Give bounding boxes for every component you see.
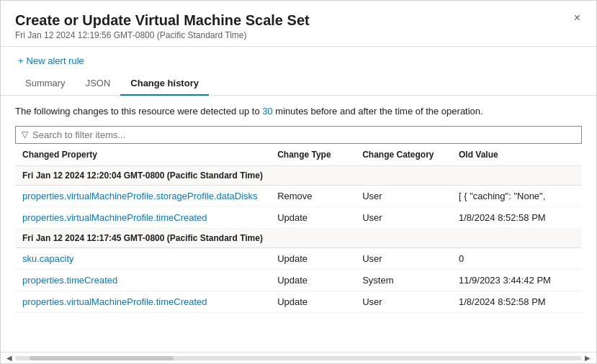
info-suffix: minutes before and after the time of the… [273, 106, 483, 117]
property-cell: properties.timeCreated [15, 269, 270, 291]
tab-summary[interactable]: Summary [15, 73, 76, 96]
table-row: properties.virtualMachineProfile.timeCre… [15, 291, 582, 312]
old-value-cell: [ { "caching": "None", [452, 185, 582, 206]
old-value-cell: 11/9/2023 3:44:42 PM [452, 269, 582, 291]
new-alert-label: New alert rule [27, 55, 84, 66]
change-type-cell: Remove [270, 185, 355, 206]
table-container: Changed Property Change Type Change Cate… [15, 144, 582, 352]
group-header-cell: Fri Jan 12 2024 12:20:04 GMT-0800 (Pacif… [15, 165, 582, 185]
change-category-cell: User [355, 185, 452, 206]
toolbar: + New alert rule [1, 47, 596, 68]
tabs: Summary JSON Change history [1, 68, 596, 96]
info-prefix: The following changes to this resource w… [15, 106, 262, 117]
table-row: sku.capacityUpdateUser0 [15, 247, 582, 269]
group-header-row: Fri Jan 12 2024 12:20:04 GMT-0800 (Pacif… [15, 165, 582, 185]
changes-table: Changed Property Change Type Change Cate… [15, 144, 582, 313]
close-button[interactable]: × [570, 11, 585, 25]
group-header-cell: Fri Jan 12 2024 12:17:45 GMT-0800 (Pacif… [15, 228, 582, 247]
change-category-cell: User [355, 247, 452, 269]
property-cell: properties.virtualMachineProfile.timeCre… [15, 291, 270, 312]
new-alert-rule-button[interactable]: + New alert rule [15, 54, 87, 68]
horizontal-scrollbar[interactable]: ◀ ▶ [1, 352, 596, 363]
search-input[interactable] [32, 129, 575, 140]
change-type-cell: Update [270, 206, 355, 228]
dialog-subtitle: Fri Jan 12 2024 12:19:56 GMT-0800 (Pacif… [15, 30, 582, 40]
change-type-cell: Update [270, 247, 355, 269]
search-bar[interactable]: ▽ [15, 126, 582, 144]
change-category-cell: User [355, 206, 452, 228]
content-area: The following changes to this resource w… [1, 96, 596, 352]
property-cell: properties.virtualMachineProfile.storage… [15, 185, 270, 206]
dialog-header: Create or Update Virtual Machine Scale S… [1, 1, 596, 47]
old-value-cell: 1/8/2024 8:52:58 PM [452, 206, 582, 228]
change-type-cell: Update [270, 269, 355, 291]
info-text: The following changes to this resource w… [15, 104, 582, 119]
property-link[interactable]: properties.timeCreated [22, 275, 117, 286]
table-header-row: Changed Property Change Type Change Cate… [15, 144, 582, 166]
old-value-cell: 0 [452, 247, 582, 269]
property-link[interactable]: properties.virtualMachineProfile.storage… [22, 191, 258, 201]
tab-json[interactable]: JSON [76, 73, 121, 96]
property-link[interactable]: properties.virtualMachineProfile.timeCre… [22, 296, 207, 307]
tab-change-history[interactable]: Change history [120, 73, 209, 96]
dialog: Create or Update Virtual Machine Scale S… [0, 0, 597, 364]
col-change-type: Change Type [270, 144, 355, 166]
table-row: properties.timeCreatedUpdateSystem11/9/2… [15, 269, 582, 291]
change-category-cell: System [355, 269, 452, 291]
old-value-cell: 1/8/2024 8:52:58 PM [452, 291, 582, 312]
scroll-right-icon[interactable]: ▶ [582, 354, 593, 362]
dialog-title: Create or Update Virtual Machine Scale S… [15, 12, 582, 29]
table-row: properties.virtualMachineProfile.storage… [15, 185, 582, 206]
change-type-cell: Update [270, 291, 355, 312]
property-cell: properties.virtualMachineProfile.timeCre… [15, 206, 270, 228]
col-change-category: Change Category [355, 144, 452, 166]
table-body: Fri Jan 12 2024 12:20:04 GMT-0800 (Pacif… [15, 165, 582, 312]
col-changed-property: Changed Property [15, 144, 270, 166]
plus-icon: + [18, 55, 24, 66]
info-highlight: 30 [262, 106, 272, 117]
property-link[interactable]: properties.virtualMachineProfile.timeCre… [22, 212, 207, 223]
table-row: properties.virtualMachineProfile.timeCre… [15, 206, 582, 228]
group-header-row: Fri Jan 12 2024 12:17:45 GMT-0800 (Pacif… [15, 228, 582, 247]
property-link[interactable]: sku.capacity [22, 253, 74, 264]
scrollbar-track[interactable] [15, 356, 582, 360]
col-old-value: Old Value [452, 144, 582, 166]
scroll-left-icon[interactable]: ◀ [4, 354, 15, 362]
filter-icon: ▽ [22, 129, 28, 140]
property-cell: sku.capacity [15, 247, 270, 269]
scrollbar-thumb[interactable] [30, 356, 174, 360]
change-category-cell: User [355, 291, 452, 312]
